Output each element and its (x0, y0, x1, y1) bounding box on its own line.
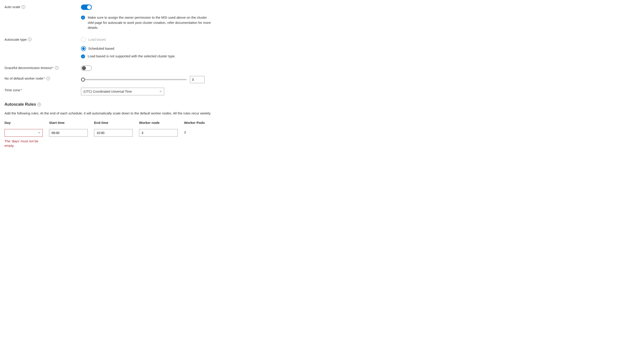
auto-scale-label: Auto scale (5, 5, 20, 9)
time-zone-select[interactable]: (UTC) Coordinated Universal Time (81, 88, 164, 95)
autoscale-type-warning: Load based is not supported with the sel… (88, 54, 176, 59)
radio-scheduled-based-label: Scheduled based (88, 46, 114, 50)
default-worker-node-label: No of default worker node (5, 76, 43, 80)
worker-node-rule-input[interactable] (139, 129, 178, 137)
info-badge-icon: i (81, 16, 85, 20)
graceful-decommission-toggle[interactable] (81, 66, 92, 71)
required-mark: * (44, 76, 45, 80)
info-icon[interactable]: i (22, 5, 25, 9)
radio-scheduled-based[interactable]: Scheduled based (81, 46, 221, 51)
info-badge-icon: i (81, 54, 85, 58)
worker-node-input[interactable] (190, 76, 205, 83)
required-mark: * (21, 88, 22, 92)
worker-pods-value: 3 (184, 129, 211, 134)
col-header-start-time: Start time (49, 121, 88, 124)
radio-load-based: Load based (81, 37, 221, 42)
col-header-worker-node: Worker node (139, 121, 178, 124)
autoscale-rules-heading: Autoscale Rules (5, 102, 36, 107)
worker-node-slider[interactable] (81, 77, 187, 82)
info-icon[interactable]: i (55, 66, 59, 70)
time-zone-label: Time zone (5, 88, 20, 92)
day-select[interactable] (5, 129, 43, 137)
info-icon[interactable]: i (46, 77, 50, 80)
info-icon[interactable]: i (28, 38, 32, 41)
col-header-worker-pods: Worker Pods (184, 121, 211, 124)
info-icon[interactable]: i (37, 103, 41, 106)
auto-scale-toggle[interactable] (81, 4, 92, 10)
end-time-input[interactable] (94, 129, 133, 137)
radio-load-based-label: Load based (88, 38, 106, 41)
auto-scale-info-text: Make sure to assign the owner permission… (88, 15, 212, 30)
time-zone-value: (UTC) Coordinated Universal Time (84, 90, 132, 93)
start-time-input[interactable] (49, 129, 88, 137)
day-error-message: The 'days' must not be empty. (5, 139, 43, 148)
autoscale-rules-description: Add the following rules. At the end of e… (5, 111, 212, 116)
autoscale-type-label: Autoscale type (5, 38, 27, 41)
col-header-end-time: End time (94, 121, 133, 124)
graceful-decommission-label: Graceful decommission timeout (5, 66, 52, 70)
col-header-day: Day (5, 121, 43, 124)
required-mark: * (52, 66, 54, 70)
